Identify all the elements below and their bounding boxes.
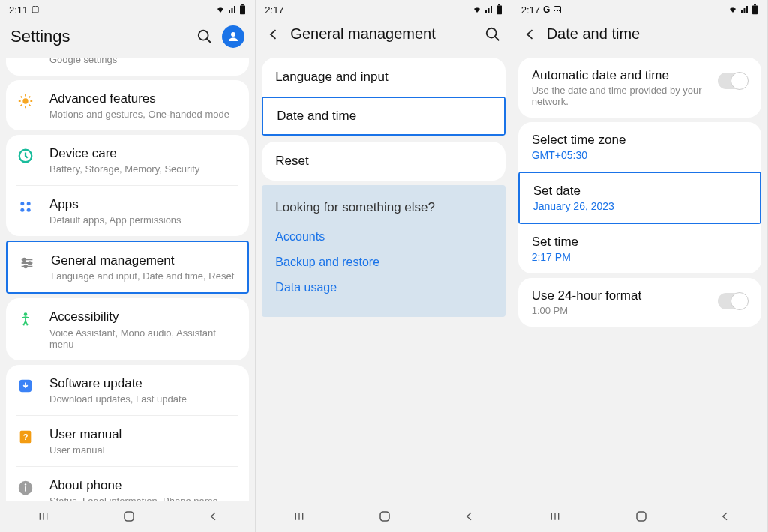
battery-icon — [496, 4, 502, 15]
row-apps[interactable]: AppsDefault apps, App permissions — [6, 186, 249, 236]
svg-point-11 — [20, 208, 24, 212]
wifi-icon — [472, 5, 482, 14]
status-icons — [215, 4, 246, 15]
update-icon — [16, 377, 34, 395]
dt-list: Automatic date and timeUse the date and … — [512, 53, 767, 532]
header: General management — [256, 18, 511, 53]
nav-back[interactable] — [208, 510, 220, 522]
row-reset[interactable]: Reset — [262, 142, 505, 181]
row-user-manual[interactable]: ? User manualUser manual — [6, 416, 249, 466]
device-care-icon — [16, 147, 34, 165]
nav-home[interactable] — [122, 510, 136, 523]
svg-rect-21 — [25, 486, 26, 491]
google-status-icon: G — [543, 4, 550, 15]
page-title: Settings — [10, 27, 188, 46]
svg-text:?: ? — [23, 432, 28, 441]
accessibility-icon — [16, 310, 34, 328]
svg-rect-31 — [637, 512, 646, 521]
row-select-timezone[interactable]: Select time zoneGMT+05:30 — [518, 122, 761, 172]
page-title: Date and time — [547, 25, 757, 43]
settings-list: G ———Google settings Advanced featuresMo… — [0, 58, 255, 532]
alarm-icon — [31, 5, 40, 14]
nav-recents[interactable] — [292, 510, 307, 522]
status-time: 2:17 — [265, 4, 284, 16]
header: Settings — [0, 18, 255, 58]
svg-rect-0 — [32, 7, 38, 13]
svg-point-9 — [20, 202, 24, 206]
battery-icon — [752, 4, 758, 15]
manual-icon: ? — [16, 428, 34, 446]
back-icon[interactable] — [523, 27, 538, 42]
status-bar: 2:17 G — [512, 0, 767, 18]
row-set-time[interactable]: Set time2:17 PM — [518, 224, 761, 273]
svg-rect-29 — [752, 5, 758, 14]
row-language-input[interactable]: Language and input — [262, 58, 505, 97]
svg-rect-1 — [240, 5, 245, 14]
svg-point-22 — [25, 483, 26, 485]
gm-list: Language and input Date and time Reset L… — [256, 53, 511, 532]
phone-date-time: 2:17 G Date and time Automatic date and … — [512, 0, 768, 532]
phone-general-management: 2:17 General management Language and inp… — [256, 0, 512, 532]
info-icon — [16, 479, 34, 497]
signal-icon — [228, 5, 237, 14]
status-time: 2:17 — [521, 4, 540, 16]
row-device-care[interactable]: Device careBattery, Storage, Memory, Sec… — [6, 135, 249, 185]
link-accounts[interactable]: Accounts — [275, 224, 491, 250]
row-software-update[interactable]: Software updateDownload updates, Last up… — [6, 365, 249, 415]
link-data-usage[interactable]: Data usage — [275, 275, 491, 300]
nav-home[interactable] — [634, 510, 648, 523]
status-bar: 2:17 — [256, 0, 511, 18]
svg-rect-24 — [496, 5, 502, 14]
24h-toggle[interactable] — [718, 293, 748, 309]
nav-back[interactable] — [719, 510, 731, 522]
header: Date and time — [512, 18, 767, 53]
svg-point-4 — [231, 32, 236, 37]
row-accessibility[interactable]: AccessibilityVoice Assistant, Mono audio… — [6, 298, 249, 360]
signal-icon — [484, 5, 494, 14]
svg-point-16 — [24, 313, 28, 317]
svg-rect-25 — [498, 4, 500, 5]
looking-section: Looking for something else? Accounts Bac… — [262, 185, 505, 317]
page-title: General management — [290, 25, 475, 43]
row-advanced-features[interactable]: Advanced featuresMotions and gestures, O… — [6, 80, 249, 130]
battery-icon — [239, 4, 246, 15]
looking-title: Looking for something else? — [262, 187, 505, 224]
auto-toggle[interactable] — [718, 73, 748, 89]
search-icon[interactable] — [484, 26, 501, 43]
nav-bar — [0, 501, 255, 532]
nav-recents[interactable] — [36, 510, 51, 522]
nav-recents[interactable] — [548, 510, 562, 522]
svg-rect-27 — [380, 512, 389, 521]
svg-point-10 — [27, 202, 31, 206]
svg-point-12 — [27, 208, 31, 212]
apps-icon — [16, 198, 34, 216]
svg-rect-28 — [554, 7, 561, 13]
nav-bar — [256, 501, 511, 532]
profile-avatar[interactable] — [222, 25, 244, 48]
svg-point-14 — [28, 262, 32, 265]
status-icons — [472, 4, 502, 15]
signal-icon — [740, 5, 749, 14]
row-24h-format[interactable]: Use 24-hour format1:00 PM — [518, 278, 761, 327]
status-time: 2:11 — [9, 4, 28, 16]
status-bar: 2:11 — [0, 0, 255, 18]
row-set-date[interactable]: Set dateJanuary 26, 2023 — [520, 173, 760, 223]
svg-point-15 — [24, 265, 27, 268]
nav-back[interactable] — [464, 510, 476, 522]
svg-point-26 — [486, 28, 496, 37]
back-icon[interactable] — [266, 27, 281, 42]
row-date-time[interactable]: Date and time — [263, 98, 503, 134]
row-general-management[interactable]: General managementLanguage and input, Da… — [8, 242, 248, 292]
nav-home[interactable] — [378, 510, 392, 523]
svg-rect-2 — [242, 4, 244, 5]
wifi-icon — [728, 5, 738, 14]
svg-point-3 — [199, 31, 208, 40]
sliders-icon — [18, 254, 36, 272]
svg-point-13 — [23, 259, 26, 262]
svg-point-7 — [22, 98, 28, 103]
row-auto-date-time[interactable]: Automatic date and timeUse the date and … — [518, 58, 761, 118]
phone-settings: 2:11 Settings G ———Google settings Advan… — [0, 0, 256, 532]
search-icon[interactable] — [196, 28, 213, 45]
link-backup-restore[interactable]: Backup and restore — [275, 250, 491, 275]
svg-rect-30 — [754, 4, 756, 5]
